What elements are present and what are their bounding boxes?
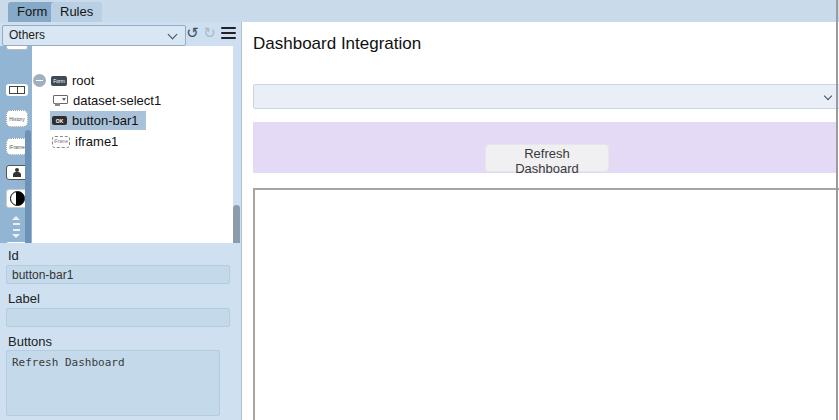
properties-panel: Id Label Buttons Refresh Dashboard [0,243,241,420]
chevron-down-icon [824,92,832,100]
iframe-component [253,188,839,420]
iframe-node-icon: iFrame [52,136,70,148]
buttons-field[interactable]: Refresh Dashboard [6,350,220,416]
id-field[interactable] [6,265,230,284]
top-tab-bar: Form Rules [0,0,839,23]
hamburger-menu-icon[interactable] [221,27,236,39]
tree-row-button-bar1[interactable]: OK button-bar1 [50,111,146,130]
palette-category-select[interactable]: Others [2,25,186,46]
dataset-select-icon [52,95,68,106]
collapse-toggle-icon[interactable] [33,74,46,87]
sidebar: Others ↺ ↻ History iFrame [0,22,242,420]
refresh-dashboard-button[interactable]: Refresh Dashboard [485,144,609,172]
buttons-label: Buttons [8,334,52,349]
dataset-select-input[interactable] [253,84,839,109]
tree-row-root[interactable]: Form root [33,71,94,90]
form-builder-app: Form Rules Others ↺ ↻ History i [0,0,839,420]
window-scrollbar[interactable] [836,0,838,420]
tab-rules[interactable]: Rules [51,2,102,22]
undo-icon[interactable]: ↺ [184,23,201,43]
label-field[interactable] [6,308,230,327]
form-preview: Dashboard Integration Refresh Dashboard [242,22,839,420]
history-icon[interactable]: History [6,110,28,127]
vertical-spacing-icon[interactable] [10,216,22,238]
button-bar-node-icon: OK [52,116,67,125]
component-palette: History iFrame TT [0,46,32,265]
page-title: Dashboard Integration [253,34,421,54]
palette-scrollbar-thumb[interactable] [25,130,31,257]
button-bar-component: Refresh Dashboard [253,122,836,173]
clipped-field-icon[interactable] [6,46,28,50]
component-tree: Form root dataset-select1 OK button-bar1 [32,46,233,265]
button-bar-icon[interactable] [6,84,28,96]
palette-category-value: Others [9,28,45,42]
form-icon: Form [51,76,67,86]
label-label: Label [8,291,40,306]
id-label: Id [8,248,19,263]
chevron-down-icon [168,30,178,40]
tree-row-dataset-select1[interactable]: dataset-select1 [50,91,168,110]
tree-row-iframe1[interactable]: iFrame iframe1 [50,132,125,151]
tab-form[interactable]: Form [8,2,56,22]
redo-icon[interactable]: ↻ [201,23,218,43]
